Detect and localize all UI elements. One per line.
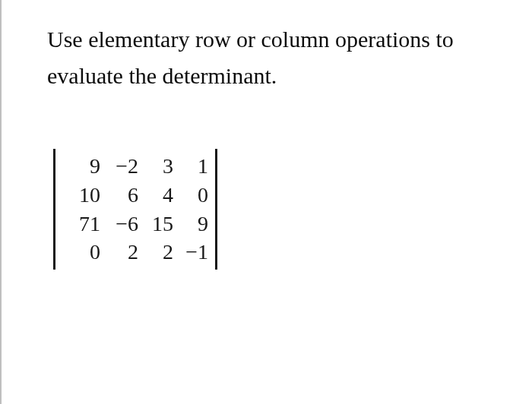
- matrix-cell: 4: [138, 181, 173, 210]
- matrix-cell: 1: [173, 152, 208, 181]
- matrix-cell: 71: [62, 210, 100, 238]
- problem-instruction: Use elementary row or column operations …: [47, 21, 502, 94]
- matrix-cell: −6: [100, 210, 138, 238]
- matrix-cell: 2: [100, 238, 138, 267]
- page-content: Use elementary row or column operations …: [0, 0, 532, 404]
- matrix-cell: 9: [173, 210, 208, 238]
- matrix-cell: 9: [62, 152, 100, 181]
- matrix-cell: 0: [173, 181, 208, 210]
- matrix-cell: 0: [62, 238, 100, 267]
- matrix-cell: 6: [100, 181, 138, 210]
- matrix-cell: −2: [100, 152, 138, 181]
- matrix-row: 0 2 2 −1: [62, 238, 208, 267]
- instruction-line-1: Use elementary row or column operations …: [47, 27, 454, 52]
- matrix-row: 71 −6 15 9: [62, 210, 208, 238]
- matrix-cell: −1: [173, 238, 208, 267]
- determinant-bar-left: [53, 149, 55, 270]
- matrix-cell: 10: [62, 181, 100, 210]
- determinant-matrix: 9 −2 3 1 10 6 4 0 71 −6 15 9 0 2 2 −1: [53, 147, 217, 271]
- matrix-cell: 3: [138, 152, 173, 181]
- matrix-row: 9 −2 3 1: [62, 152, 208, 181]
- determinant-bar-right: [215, 149, 217, 270]
- matrix-cell: 2: [138, 238, 173, 267]
- matrix-row: 10 6 4 0: [62, 181, 208, 210]
- instruction-line-2: evaluate the determinant.: [47, 63, 277, 88]
- matrix-cell: 15: [138, 210, 173, 238]
